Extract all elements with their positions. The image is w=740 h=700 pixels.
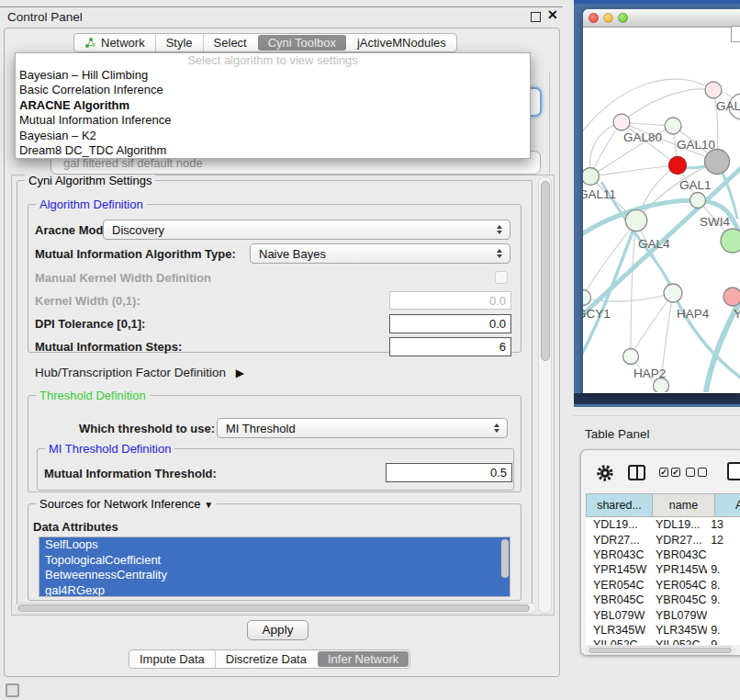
dock-panel-icon[interactable] <box>6 683 19 697</box>
kernel-width-field[interactable] <box>389 291 511 310</box>
table-row[interactable]: YIL052CYIL052C9 <box>586 638 740 645</box>
network-edge[interactable] <box>583 220 636 298</box>
mi-type-combo[interactable]: Naive Bayes <box>250 243 510 264</box>
table-horizontal-scrollbar[interactable] <box>586 646 734 655</box>
split-view-icon[interactable] <box>628 465 645 480</box>
settings-horizontal-scrollbar[interactable] <box>15 603 536 614</box>
tab-style[interactable]: Style <box>155 34 203 51</box>
table-row[interactable]: YBR043CYBR043C <box>586 548 740 562</box>
node-label: GAL80 <box>623 130 662 144</box>
manual-kernel-label: Manual Kernel Width Definition <box>35 271 211 285</box>
network-node[interactable] <box>721 229 740 253</box>
settings-vertical-scrollbar[interactable] <box>538 176 552 614</box>
column-icon[interactable] <box>727 462 740 480</box>
table-cell: YDL19... <box>648 518 707 531</box>
column-header[interactable]: shared... <box>587 494 653 516</box>
float-panel-icon[interactable] <box>531 12 541 22</box>
tab-cyni-toolbox[interactable]: Cyni Toolbox <box>258 35 346 51</box>
deselect-all-icon[interactable] <box>686 468 695 477</box>
window-top-edge <box>0 6 563 7</box>
network-node-gal4[interactable] <box>625 209 646 231</box>
table-row[interactable]: YDR27...YDR27...12 <box>586 532 740 547</box>
select-all-icon[interactable]: ✓ <box>659 468 668 477</box>
mi-threshold-field[interactable] <box>386 463 512 482</box>
column-header[interactable]: A <box>715 494 740 516</box>
scrollbar-thumb[interactable] <box>589 648 732 653</box>
table-row[interactable]: YDL19...YDL19...13 <box>586 517 740 532</box>
select-all-icon[interactable]: ✓ <box>671 468 680 477</box>
network-node-hap4[interactable] <box>664 284 682 302</box>
network-node-hap2[interactable] <box>623 349 639 365</box>
tab-label: Style <box>166 36 193 50</box>
which-threshold-label: Which threshold to use: <box>79 422 215 435</box>
aracne-mode-combo[interactable]: Discovery <box>103 220 510 240</box>
table-cell: 9. <box>707 593 740 606</box>
table-row[interactable]: YER054CYER054C8. <box>586 578 740 593</box>
table-cell: YBR045C <box>586 593 648 606</box>
table-row[interactable]: YBR045CYBR045C9. <box>586 593 740 607</box>
network-node-gal80[interactable] <box>613 114 630 130</box>
network-edge[interactable] <box>583 222 636 362</box>
network-edge[interactable] <box>583 79 713 138</box>
network-node-gcy1[interactable] <box>583 290 591 306</box>
network-edge[interactable] <box>631 220 636 356</box>
panel-title: Control Panel <box>7 10 83 24</box>
apply-button[interactable]: Apply <box>247 620 308 640</box>
manual-kernel-checkbox[interactable] <box>495 271 508 284</box>
hub-section-toggle[interactable]: Hub/Transcription Factor Definition ▶ <box>35 366 244 379</box>
dpi-tolerance-field[interactable] <box>389 314 511 333</box>
deselect-all-icon[interactable] <box>698 468 707 477</box>
table-row[interactable]: YBL079WYBL079W <box>586 607 740 622</box>
attribute-item[interactable]: SelfLoops <box>39 537 510 553</box>
tab-select[interactable]: Select <box>203 34 257 51</box>
cyni-bottom-tabs: Impute DataDiscretize DataInfer Network <box>129 649 410 669</box>
network-node-gal11[interactable] <box>583 168 600 186</box>
which-threshold-combo[interactable]: MI Threshold <box>217 418 508 438</box>
table-cell: YPR145W <box>586 563 648 576</box>
node-label: GAL11 <box>583 187 616 201</box>
scrollbar-thumb[interactable] <box>17 604 530 612</box>
network-node-y[interactable] <box>723 288 740 306</box>
attribute-item[interactable]: BetweennessCentrality <box>39 568 510 583</box>
attributes-list-scrollbar[interactable] <box>501 539 509 578</box>
tab-label: Discretize Data <box>226 652 307 666</box>
network-edge[interactable] <box>631 293 673 356</box>
column-header[interactable]: name <box>653 494 715 516</box>
attribute-item[interactable]: TopologicalCoefficient <box>39 553 510 569</box>
algorithm-option[interactable]: Dream8 DC_TDC Algorithm <box>16 143 530 158</box>
network-edge[interactable] <box>622 89 713 122</box>
close-panel-icon[interactable]: ✕ <box>547 7 558 22</box>
node-label: GAL1 <box>679 178 712 192</box>
algorithm-option[interactable]: Bayesian – K2 <box>16 129 530 143</box>
algorithm-option[interactable]: Mutual Information Inference <box>16 113 530 128</box>
tab-label: Select <box>214 36 247 50</box>
network-window-titlebar[interactable] <box>583 9 740 28</box>
tab-discretize-data[interactable]: Discretize Data <box>215 650 317 668</box>
network-node-gal10[interactable] <box>665 118 681 134</box>
network-canvas[interactable]: GALGAL80GAL10GAL1GAL11SWI4GAL4GCY1HAP4YH… <box>583 28 740 392</box>
tab-infer-network[interactable]: Infer Network <box>318 651 409 667</box>
tab-network[interactable]: Network <box>74 34 155 51</box>
network-node-gal[interactable] <box>705 82 722 98</box>
network-node-swi4[interactable] <box>690 193 706 209</box>
data-attributes-list[interactable]: SelfLoopsTopologicalCoefficientBetweenne… <box>39 536 510 597</box>
scrollbar-thumb[interactable] <box>541 181 550 361</box>
network-node-gal1[interactable] <box>669 157 687 175</box>
attribute-item[interactable]: gal4RGexp <box>39 583 510 598</box>
close-window-icon[interactable] <box>589 13 599 23</box>
table-cell: YBL079W <box>648 609 707 622</box>
table-row[interactable]: YLR345WYLR345W9. <box>586 623 740 638</box>
network-node[interactable] <box>705 150 730 175</box>
mi-steps-field[interactable] <box>389 337 511 356</box>
tab-jactivemnodules[interactable]: jActiveMNodules <box>347 34 456 51</box>
table-row[interactable]: YPR145WYPR145W9. <box>586 562 740 577</box>
algorithm-option[interactable]: Basic Correlation Inference <box>16 83 530 97</box>
table-cell: 8. <box>707 579 740 592</box>
tab-impute-data[interactable]: Impute Data <box>129 650 215 668</box>
gear-icon[interactable] <box>595 463 615 483</box>
zoom-window-icon[interactable] <box>618 13 628 23</box>
algorithm-option[interactable]: ARACNE Algorithm <box>16 98 530 113</box>
tab-label: Impute Data <box>140 652 205 666</box>
algorithm-option[interactable]: Bayesian – Hill Climbing <box>16 68 530 83</box>
minimize-window-icon[interactable] <box>603 13 613 23</box>
